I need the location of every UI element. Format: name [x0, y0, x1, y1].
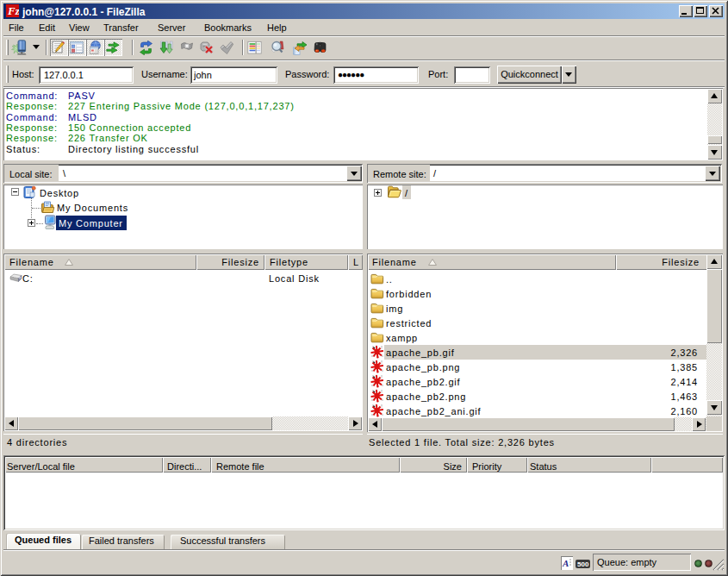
- svg-text:Fz: Fz: [7, 4, 19, 17]
- svg-text:500: 500: [577, 560, 589, 568]
- svg-text:A: A: [562, 558, 569, 568]
